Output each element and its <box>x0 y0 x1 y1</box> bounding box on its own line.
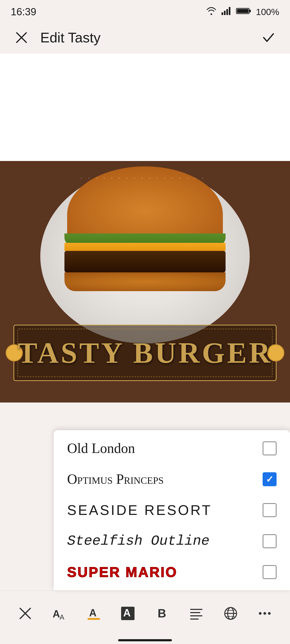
svg-rect-3 <box>229 7 230 15</box>
svg-text:A: A <box>123 607 130 619</box>
svg-rect-14 <box>88 618 100 620</box>
font-item-steelfish-outline[interactable]: Steelfish Outline <box>54 526 290 557</box>
svg-rect-1 <box>224 11 226 15</box>
svg-point-27 <box>268 612 271 615</box>
close-button[interactable] <box>11 27 32 48</box>
page-title: Edit Tasty <box>32 30 258 46</box>
svg-rect-0 <box>222 12 223 15</box>
overlay-text: Tasty burger <box>18 336 273 370</box>
toolbar-bold-button[interactable]: B <box>150 601 174 625</box>
font-checkbox-old-london[interactable] <box>263 441 277 455</box>
svg-rect-2 <box>226 9 228 15</box>
status-icons: 100% <box>206 6 279 17</box>
svg-text:A: A <box>53 608 60 620</box>
svg-text:A: A <box>89 607 96 619</box>
bun-bottom <box>64 272 226 291</box>
confirm-button[interactable] <box>258 27 279 48</box>
svg-rect-5 <box>237 9 249 13</box>
burger-image <box>54 166 236 333</box>
bottom-toolbar: A A A A B <box>0 590 290 644</box>
font-list-dropdown: Old London Optimus Princeps SEASIDE RESO… <box>54 430 290 590</box>
toolbar-font-color-button[interactable]: A <box>82 601 106 625</box>
svg-point-25 <box>259 612 262 615</box>
canvas-top-area <box>0 54 290 161</box>
svg-point-26 <box>263 612 266 615</box>
font-item-optimus-princeps[interactable]: Optimus Princeps <box>54 464 290 495</box>
text-overlay-box[interactable]: Tasty burger <box>13 325 277 381</box>
svg-rect-6 <box>249 10 251 12</box>
font-checkbox-super-mario[interactable] <box>263 565 277 579</box>
font-item-old-london[interactable]: Old London <box>54 433 290 464</box>
svg-text:B: B <box>158 607 166 620</box>
font-label-super-mario: SUPER MARIO <box>67 564 177 580</box>
patty-layer <box>64 251 226 272</box>
status-bar: 16:39 100% <box>0 0 290 21</box>
status-time: 16:39 <box>11 6 36 18</box>
font-checkbox-seaside-resort[interactable] <box>263 503 277 517</box>
header: Edit Tasty <box>0 21 290 54</box>
toolbar-background-button[interactable]: A <box>116 601 140 625</box>
toolbar-more-button[interactable] <box>253 601 277 625</box>
battery-icon <box>236 7 251 17</box>
toolbar-align-button[interactable] <box>184 601 208 625</box>
wifi-icon <box>206 6 217 17</box>
font-checkbox-optimus-princeps[interactable] <box>263 472 277 486</box>
font-item-super-mario[interactable]: SUPER MARIO <box>54 557 290 588</box>
image-canvas[interactable]: Tasty burger <box>0 161 290 402</box>
font-item-seaside-resort[interactable]: SEASIDE RESORT <box>54 495 290 526</box>
signal-icon <box>222 6 231 17</box>
cheese-layer <box>64 243 226 251</box>
font-label-optimus-princeps: Optimus Princeps <box>67 471 164 487</box>
toolbar-text-size-button[interactable]: A A <box>47 601 71 625</box>
toolbar-shadow-button[interactable] <box>219 601 243 625</box>
font-label-steelfish-outline: Steelfish Outline <box>67 533 210 549</box>
svg-text:A: A <box>60 613 64 621</box>
toolbar-close-button[interactable] <box>13 601 37 625</box>
nav-indicator <box>118 639 172 641</box>
burger-layers <box>64 233 226 291</box>
font-checkbox-steelfish-outline[interactable] <box>263 534 277 548</box>
font-label-seaside-resort: SEASIDE RESORT <box>67 502 212 518</box>
font-label-old-london: Old London <box>67 440 135 456</box>
battery-percent: 100% <box>256 7 279 17</box>
